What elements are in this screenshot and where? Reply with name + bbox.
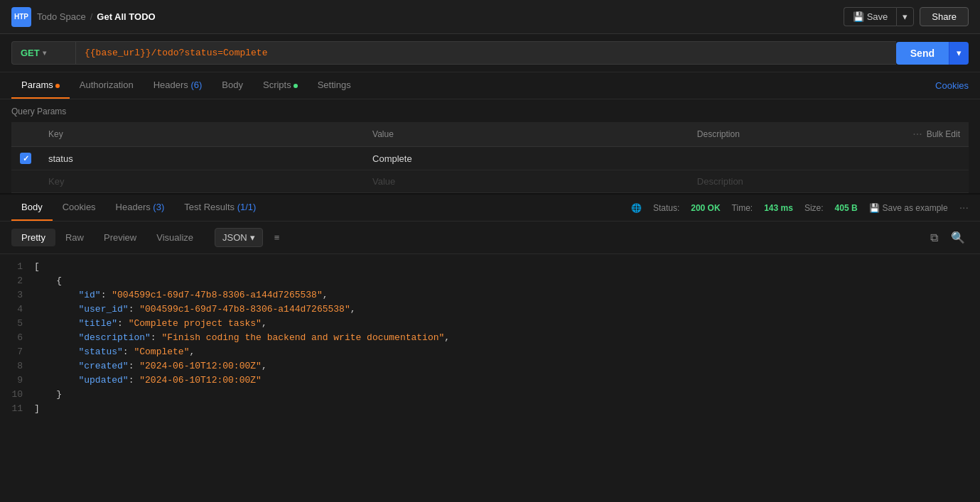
more-options-icon[interactable]: ··· [912,128,922,141]
format-tab-visualize[interactable]: Visualize [146,229,203,246]
response-tab-cookies[interactable]: Cookies [53,195,106,221]
response-tab-test-results[interactable]: Test Results (1/1) [174,195,266,221]
response-tab-body[interactable]: Body [11,195,53,221]
tab-headers[interactable]: Headers (6) [144,72,212,99]
status-label: Status: [653,203,679,213]
tab-scripts[interactable]: Scripts [253,72,308,99]
save-button[interactable]: 💾 Save [844,7,897,26]
row-value-value: Complete [372,153,412,164]
line-number: 10 [0,388,34,402]
size-label: Size: [804,203,824,213]
line-content: "created": "2024-06-10T12:00:00Z", [34,359,267,373]
line-number: 7 [0,345,34,359]
time-label: Time: [732,203,753,213]
line-content: } [34,388,62,402]
empty-desc-placeholder: Description [697,176,743,187]
line-content: [ [34,260,40,274]
line-content: "updated": "2024-06-10T12:00:00Z" [34,373,262,388]
empty-value-cell[interactable]: Value [364,170,689,193]
share-button[interactable]: Share [920,7,969,26]
empty-value-placeholder: Value [372,176,395,187]
status-value: 200 OK [691,203,720,213]
json-line-2: 2 { [0,274,980,288]
filter-icon[interactable]: ≡ [269,229,286,246]
format-tab-pretty[interactable]: Pretty [11,229,55,246]
tab-settings[interactable]: Settings [308,72,361,99]
line-number: 9 [0,373,34,388]
method-label: GET [21,48,40,58]
save-icon: 💾 [853,11,864,22]
empty-desc-cell[interactable]: Description [689,170,969,193]
json-line-10: 10 } [0,388,980,402]
json-line-7: 7 "status": "Complete", [0,345,980,359]
row-checkbox-cell[interactable] [11,147,40,170]
save-dropdown-button[interactable]: ▾ [896,7,914,26]
search-icon[interactable]: 🔍 [947,227,969,248]
col-value: Value [364,122,689,147]
line-number: 2 [0,274,34,288]
send-button[interactable]: Send [896,42,949,65]
line-number: 11 [0,402,34,416]
params-table: Key Value Description ··· Bulk Edit [11,122,969,193]
tab-params[interactable]: Params [11,72,70,99]
empty-checkbox-cell [11,170,40,193]
json-format-chevron-icon: ▾ [250,232,255,243]
format-tab-raw[interactable]: Raw [55,229,94,246]
response-tab-headers[interactable]: Headers (3) [106,195,175,221]
params-dot [55,84,60,88]
col-description: Description ··· Bulk Edit [689,122,969,147]
bulk-edit-button[interactable]: Bulk Edit [927,129,960,139]
json-line-8: 8 "created": "2024-06-10T12:00:00Z", [0,359,980,373]
json-line-11: 11 ] [0,402,980,416]
line-number: 1 [0,260,34,274]
save-label: Save [867,11,888,22]
method-select[interactable]: GET ▾ [11,41,75,65]
query-params-section: Query Params Key Value Description ··· B… [0,99,980,193]
size-value: 405 B [835,203,858,213]
save-example-button[interactable]: 💾 Save as example [869,203,948,213]
line-content: "status": "Complete", [34,345,195,359]
response-more-options-icon[interactable]: ··· [959,202,969,214]
json-line-6: 6 "description": "Finish coding the back… [0,331,980,345]
line-number: 4 [0,302,34,317]
workspace-label: Todo Space [37,11,86,22]
empty-key-placeholder: Key [48,176,64,187]
line-content: "id": "004599c1-69d7-47b8-8306-a144d7265… [34,288,328,302]
row-value-cell[interactable]: Complete [364,147,689,170]
save-btn-wrapper: 💾 Save ▾ [844,7,915,26]
row-key-value: status [48,153,73,164]
cookies-link[interactable]: Cookies [935,73,969,98]
empty-key-cell[interactable]: Key [40,170,364,193]
request-tabs-bar: Params Authorization Headers (6) Body Sc… [0,72,980,99]
response-tabs-bar: Body Cookies Headers (3) Test Results (1… [0,195,980,222]
table-row: status Complete [11,147,969,170]
json-viewer[interactable]: 1 [ 2 { 3 "id": "004599c1-69d7-47b8-8306… [0,254,980,502]
tab-authorization[interactable]: Authorization [70,72,144,99]
json-line-3: 3 "id": "004599c1-69d7-47b8-8306-a144d72… [0,288,980,302]
method-chevron-icon: ▾ [43,49,46,57]
tab-body[interactable]: Body [212,72,253,99]
row-key-cell[interactable]: status [40,147,364,170]
globe-icon[interactable]: 🌐 [631,203,642,213]
send-dropdown-button[interactable]: ▾ [949,42,969,65]
format-tab-preview[interactable]: Preview [94,229,146,246]
chevron-down-icon: ▾ [903,11,908,22]
send-chevron-icon: ▾ [957,48,962,58]
top-bar-right: 💾 Save ▾ Share [844,7,969,26]
row-checkbox[interactable] [20,153,31,164]
url-bar: GET ▾ Send ▾ [0,34,980,72]
copy-icon[interactable]: ⧉ [927,228,942,248]
format-tabs: Pretty Raw Preview Visualize [11,229,203,246]
app-icon: HTP [11,7,31,27]
response-section: Body Cookies Headers (3) Test Results (1… [0,193,980,502]
line-number: 3 [0,288,34,302]
line-content: ] [34,402,40,416]
col-description-label: Description [697,129,740,139]
breadcrumb-separator: / [90,11,93,22]
json-format-select[interactable]: JSON ▾ [215,228,263,247]
url-input[interactable] [75,41,896,65]
json-line-4: 4 "user_id": "004599c1-69d7-47b8-8306-a1… [0,302,980,317]
top-bar-left: HTP Todo Space / Get All TODO [11,7,156,27]
time-value: 143 ms [764,203,793,213]
row-desc-cell[interactable] [689,147,969,170]
